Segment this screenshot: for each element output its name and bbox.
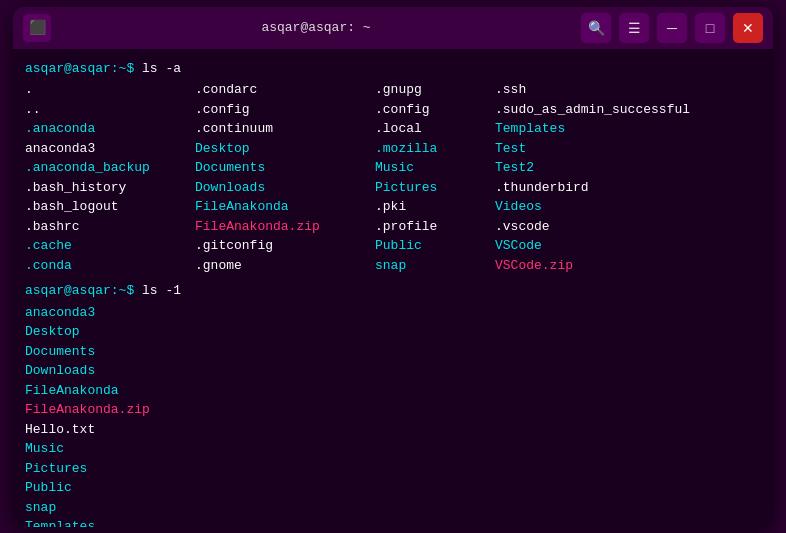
maximize-button[interactable]: □: [695, 13, 725, 43]
titlebar-controls: 🔍 ☰ ─ □ ✕: [581, 13, 763, 43]
terminal-body[interactable]: asqar@asqar:~$ ls -a . .. .anaconda anac…: [13, 49, 773, 527]
ls-col-4: .ssh .sudo_as_admin_successful Templates…: [495, 80, 761, 275]
cmd-ls-1: ls -1: [142, 283, 181, 298]
ls-col-1: . .. .anaconda anaconda3 .anaconda_backu…: [25, 80, 195, 275]
prompt-ls-1: asqar@asqar:~$ ls -1: [25, 281, 761, 301]
cmd-ls-a: ls -a: [142, 61, 181, 76]
ls-col-3: .gnupg .config .local .mozilla Music Pic…: [375, 80, 495, 275]
minimize-button[interactable]: ─: [657, 13, 687, 43]
prompt-ls-a: asqar@asqar:~$ ls -a: [25, 59, 761, 79]
titlebar-left: ⬛: [23, 14, 51, 42]
terminal-window: ⬛ asqar@asqar: ~ 🔍 ☰ ─ □ ✕ asqar@asqar:~…: [13, 7, 773, 527]
ls-a-output: . .. .anaconda anaconda3 .anaconda_backu…: [25, 80, 761, 275]
titlebar: ⬛ asqar@asqar: ~ 🔍 ☰ ─ □ ✕: [13, 7, 773, 49]
close-button[interactable]: ✕: [733, 13, 763, 43]
menu-button[interactable]: ☰: [619, 13, 649, 43]
prompt-user-2: asqar@asqar:~$: [25, 283, 134, 298]
ls-1-output: anaconda3 Desktop Documents Downloads Fi…: [25, 303, 761, 527]
ls-col-2: .condarc .config .continuum Desktop Docu…: [195, 80, 375, 275]
terminal-icon: ⬛: [23, 14, 51, 42]
search-button[interactable]: 🔍: [581, 13, 611, 43]
prompt-user: asqar@asqar:~$: [25, 61, 134, 76]
titlebar-title: asqar@asqar: ~: [261, 20, 370, 35]
